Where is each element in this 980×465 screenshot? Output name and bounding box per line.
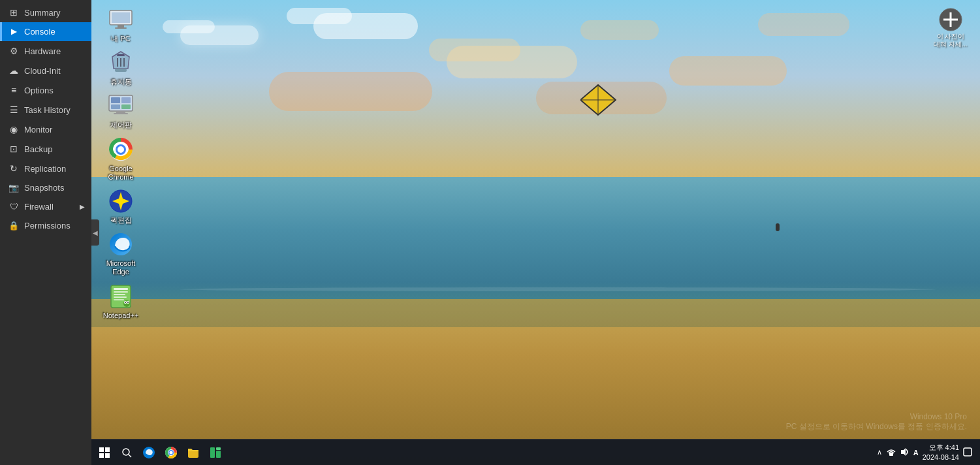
sidebar-item-monitor[interactable]: ◉ Monitor <box>0 120 91 139</box>
cloud <box>269 72 432 111</box>
options-icon: ≡ <box>8 85 19 95</box>
distant-figure <box>776 223 780 231</box>
desktop-icon-edge[interactable]: MicrosoftEdge <box>98 231 144 276</box>
taskbar: ∧ A 오후 4:41 <box>91 439 980 465</box>
svg-point-37 <box>125 302 126 303</box>
taskbar-volume-icon[interactable] <box>900 447 909 458</box>
task-history-icon: ☰ <box>8 104 19 115</box>
taskbar-edge-icon[interactable] <box>138 442 159 463</box>
taskbar-ime-label[interactable]: A <box>913 449 919 457</box>
taskbar-explorer-icon[interactable] <box>183 442 204 463</box>
sidebar-item-label: Snapshots <box>24 183 64 193</box>
sidebar: ⊞ Summary ▶ Console ⚙ Hardware ☁ Cloud-I… <box>0 0 91 465</box>
sidebar-item-label: Permissions <box>24 221 71 231</box>
desktop-icon-recycle[interactable]: 휴지통 <box>98 50 144 86</box>
taskbar-notification-icon[interactable] <box>963 447 972 458</box>
svg-rect-18 <box>121 97 131 103</box>
svg-rect-45 <box>105 453 110 458</box>
cloud <box>669 56 787 86</box>
backup-icon: ⊡ <box>8 144 19 154</box>
sidebar-item-label: Backup <box>24 144 52 154</box>
taskbar-chrome-icon[interactable] <box>161 442 182 463</box>
notepadpp-icon <box>108 283 134 310</box>
desktop-icons-column: 내 PC 휴지통 <box>98 7 144 320</box>
hardware-icon: ⚙ <box>8 46 19 56</box>
controlpanel-icon <box>108 93 134 119</box>
taskbar-network-icon[interactable] <box>886 447 896 458</box>
sidebar-item-label: Task History <box>24 105 71 115</box>
sidebar-item-label: Cloud-Init <box>24 66 61 76</box>
vm-console-area: 내 PC 휴지통 <box>91 0 980 465</box>
svg-rect-44 <box>99 453 104 458</box>
recycle-icon <box>108 50 134 76</box>
taskbar-search-icon[interactable] <box>116 442 137 463</box>
replication-icon: ↻ <box>8 163 19 174</box>
taskbar-right-area: ∧ A 오후 4:41 <box>877 443 977 462</box>
chevron-right-icon: ▶ <box>80 203 85 210</box>
desktop-icon-controlpanel[interactable]: 제어판 <box>98 93 144 129</box>
sidebar-item-label: Summary <box>24 8 61 18</box>
cloud <box>429 39 520 61</box>
sidebar-item-console[interactable]: ▶ Console <box>0 22 91 41</box>
svg-point-34 <box>123 300 130 307</box>
svg-rect-22 <box>114 113 128 114</box>
svg-marker-57 <box>901 448 906 456</box>
sidebar-item-cloud-init[interactable]: ☁ Cloud-Init <box>0 61 91 80</box>
photo-info-label: 이 사진이대혀 자세... <box>934 33 967 48</box>
quickedit-label: 퀵편집 <box>110 216 132 225</box>
cloud <box>163 20 215 33</box>
cloud <box>580 20 659 40</box>
start-button[interactable] <box>94 442 115 463</box>
sidebar-collapse-handle[interactable]: ◀ <box>91 219 99 246</box>
quickedit-icon <box>108 188 134 214</box>
sidebar-item-task-history[interactable]: ☰ Task History <box>0 100 91 120</box>
taskbar-tray-arrow[interactable]: ∧ <box>877 448 882 457</box>
cloud-init-icon: ☁ <box>8 65 19 76</box>
windows-desktop[interactable]: 내 PC 휴지통 <box>91 0 980 465</box>
edge-icon <box>108 231 134 257</box>
taskbar-clock[interactable]: 오후 4:41 2024-08-14 <box>923 443 959 462</box>
sidebar-item-label: Hardware <box>24 46 61 56</box>
svg-rect-17 <box>111 97 120 103</box>
sidebar-item-hardware[interactable]: ⚙ Hardware <box>0 41 91 61</box>
svg-point-25 <box>118 146 124 153</box>
desktop-icon-mypc[interactable]: 내 PC <box>98 7 144 43</box>
chrome-label: GoogleChrome <box>108 165 133 182</box>
desktop-icon-chrome[interactable]: GoogleChrome <box>98 136 144 182</box>
sidebar-item-permissions[interactable]: 🔒 Permissions <box>0 216 91 235</box>
svg-rect-12 <box>115 69 127 72</box>
sidebar-item-replication[interactable]: ↻ Replication <box>0 159 91 178</box>
sidebar-item-firewall[interactable]: 🛡 Firewall ▶ <box>0 197 91 216</box>
svg-rect-20 <box>121 104 131 109</box>
recycle-label: 휴지통 <box>110 78 132 86</box>
sidebar-item-label: Firewall <box>24 202 54 212</box>
sidebar-item-snapshots[interactable]: 📷 Snapshots <box>0 178 91 197</box>
svg-rect-54 <box>216 451 221 458</box>
chrome-icon <box>108 136 134 163</box>
svg-rect-33 <box>114 299 124 300</box>
svg-point-51 <box>170 451 173 454</box>
edge-label: MicrosoftEdge <box>106 259 136 276</box>
desktop-icon-quickedit[interactable]: 퀵편집 <box>98 188 144 225</box>
taskbar-time-display: 오후 4:41 <box>929 443 959 452</box>
svg-rect-53 <box>210 447 215 458</box>
sidebar-item-options[interactable]: ≡ Options <box>0 80 91 100</box>
desktop-icon-photo-info[interactable]: 이 사진이대혀 자세... <box>928 7 973 48</box>
svg-rect-7 <box>112 12 130 23</box>
beach <box>91 299 980 439</box>
firewall-icon: 🛡 <box>8 202 19 212</box>
svg-rect-30 <box>114 291 128 293</box>
console-icon: ▶ <box>8 27 19 36</box>
desktop-icon-notepadpp[interactable]: Notepad++ <box>98 283 144 320</box>
sidebar-item-backup[interactable]: ⊡ Backup <box>0 139 91 159</box>
sidebar-item-label: Console <box>24 27 55 37</box>
svg-point-38 <box>127 302 129 303</box>
sidebar-item-label: Replication <box>24 164 66 174</box>
svg-rect-29 <box>114 288 128 290</box>
taskbar-app5-icon[interactable] <box>205 442 226 463</box>
sidebar-item-summary[interactable]: ⊞ Summary <box>0 3 91 22</box>
kite <box>580 84 613 110</box>
svg-line-47 <box>129 455 131 457</box>
svg-rect-31 <box>114 294 125 295</box>
mypc-icon <box>108 7 134 33</box>
